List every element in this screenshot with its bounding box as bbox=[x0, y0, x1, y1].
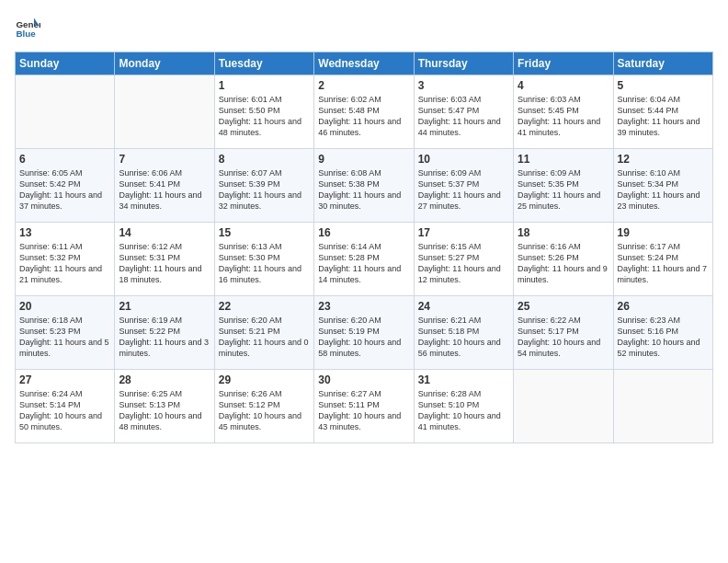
day-number: 19 bbox=[618, 226, 709, 239]
day-info: Sunrise: 6:12 AM Sunset: 5:31 PM Dayligh… bbox=[119, 241, 210, 286]
calendar-table: SundayMondayTuesdayWednesdayThursdayFrid… bbox=[15, 52, 713, 443]
day-info: Sunrise: 6:10 AM Sunset: 5:34 PM Dayligh… bbox=[618, 167, 709, 213]
calendar-cell bbox=[16, 75, 115, 149]
calendar-cell bbox=[613, 370, 712, 443]
weekday-header: Tuesday bbox=[214, 52, 313, 75]
day-number: 8 bbox=[219, 153, 310, 166]
day-info: Sunrise: 6:20 AM Sunset: 5:21 PM Dayligh… bbox=[219, 315, 310, 360]
page-header: General Blue bbox=[15, 15, 713, 40]
calendar-cell: 6Sunrise: 6:05 AM Sunset: 5:42 PM Daylig… bbox=[16, 149, 115, 223]
day-number: 16 bbox=[318, 226, 409, 239]
day-info: Sunrise: 6:18 AM Sunset: 5:23 PM Dayligh… bbox=[19, 315, 110, 360]
weekday-header: Friday bbox=[514, 52, 613, 75]
day-number: 5 bbox=[618, 79, 709, 92]
calendar-cell: 2Sunrise: 6:02 AM Sunset: 5:48 PM Daylig… bbox=[314, 75, 414, 149]
day-info: Sunrise: 6:04 AM Sunset: 5:44 PM Dayligh… bbox=[618, 94, 709, 139]
day-info: Sunrise: 6:02 AM Sunset: 5:48 PM Dayligh… bbox=[318, 94, 409, 139]
day-number: 3 bbox=[418, 79, 509, 92]
calendar-cell: 4Sunrise: 6:03 AM Sunset: 5:45 PM Daylig… bbox=[514, 75, 613, 149]
calendar-cell: 14Sunrise: 6:12 AM Sunset: 5:31 PM Dayli… bbox=[115, 223, 214, 296]
svg-text:Blue: Blue bbox=[16, 29, 36, 39]
day-number: 21 bbox=[119, 300, 210, 313]
calendar-cell: 15Sunrise: 6:13 AM Sunset: 5:30 PM Dayli… bbox=[214, 223, 313, 296]
day-number: 4 bbox=[518, 79, 609, 92]
calendar-cell: 30Sunrise: 6:27 AM Sunset: 5:11 PM Dayli… bbox=[314, 370, 414, 443]
day-info: Sunrise: 6:09 AM Sunset: 5:37 PM Dayligh… bbox=[418, 167, 509, 213]
day-number: 27 bbox=[19, 373, 110, 386]
weekday-header: Sunday bbox=[16, 52, 115, 75]
calendar-week-row: 27Sunrise: 6:24 AM Sunset: 5:14 PM Dayli… bbox=[16, 370, 713, 443]
day-info: Sunrise: 6:20 AM Sunset: 5:19 PM Dayligh… bbox=[318, 315, 409, 360]
calendar-cell: 9Sunrise: 6:08 AM Sunset: 5:38 PM Daylig… bbox=[314, 149, 414, 223]
calendar-cell: 31Sunrise: 6:28 AM Sunset: 5:10 PM Dayli… bbox=[414, 370, 513, 443]
calendar-cell: 21Sunrise: 6:19 AM Sunset: 5:22 PM Dayli… bbox=[115, 296, 214, 370]
logo-icon: General Blue bbox=[15, 15, 40, 40]
calendar-cell: 5Sunrise: 6:04 AM Sunset: 5:44 PM Daylig… bbox=[613, 75, 712, 149]
calendar-cell: 3Sunrise: 6:03 AM Sunset: 5:47 PM Daylig… bbox=[414, 75, 513, 149]
day-number: 20 bbox=[19, 300, 110, 313]
day-info: Sunrise: 6:06 AM Sunset: 5:41 PM Dayligh… bbox=[119, 167, 210, 213]
calendar-cell: 19Sunrise: 6:17 AM Sunset: 5:24 PM Dayli… bbox=[613, 223, 712, 296]
day-number: 13 bbox=[19, 226, 110, 239]
day-number: 24 bbox=[418, 300, 509, 313]
weekday-header: Thursday bbox=[414, 52, 513, 75]
calendar-cell: 12Sunrise: 6:10 AM Sunset: 5:34 PM Dayli… bbox=[613, 149, 712, 223]
day-info: Sunrise: 6:22 AM Sunset: 5:17 PM Dayligh… bbox=[518, 315, 609, 360]
calendar-week-row: 1Sunrise: 6:01 AM Sunset: 5:50 PM Daylig… bbox=[16, 75, 713, 149]
day-number: 26 bbox=[618, 300, 709, 313]
calendar-cell: 18Sunrise: 6:16 AM Sunset: 5:26 PM Dayli… bbox=[514, 223, 613, 296]
calendar-cell: 8Sunrise: 6:07 AM Sunset: 5:39 PM Daylig… bbox=[214, 149, 313, 223]
calendar-week-row: 20Sunrise: 6:18 AM Sunset: 5:23 PM Dayli… bbox=[16, 296, 713, 370]
day-info: Sunrise: 6:19 AM Sunset: 5:22 PM Dayligh… bbox=[119, 315, 210, 360]
calendar-cell: 10Sunrise: 6:09 AM Sunset: 5:37 PM Dayli… bbox=[414, 149, 513, 223]
calendar-cell: 7Sunrise: 6:06 AM Sunset: 5:41 PM Daylig… bbox=[115, 149, 214, 223]
day-number: 7 bbox=[119, 153, 210, 166]
weekday-header-row: SundayMondayTuesdayWednesdayThursdayFrid… bbox=[16, 52, 713, 75]
day-info: Sunrise: 6:28 AM Sunset: 5:10 PM Dayligh… bbox=[418, 388, 509, 433]
day-info: Sunrise: 6:13 AM Sunset: 5:30 PM Dayligh… bbox=[219, 241, 310, 286]
day-number: 15 bbox=[219, 226, 310, 239]
calendar-cell: 24Sunrise: 6:21 AM Sunset: 5:18 PM Dayli… bbox=[414, 296, 513, 370]
logo: General Blue bbox=[15, 15, 44, 40]
day-number: 14 bbox=[119, 226, 210, 239]
calendar-cell: 17Sunrise: 6:15 AM Sunset: 5:27 PM Dayli… bbox=[414, 223, 513, 296]
day-number: 17 bbox=[418, 226, 509, 239]
day-number: 28 bbox=[119, 373, 210, 386]
calendar-cell: 29Sunrise: 6:26 AM Sunset: 5:12 PM Dayli… bbox=[214, 370, 313, 443]
calendar-week-row: 13Sunrise: 6:11 AM Sunset: 5:32 PM Dayli… bbox=[16, 223, 713, 296]
calendar-cell: 13Sunrise: 6:11 AM Sunset: 5:32 PM Dayli… bbox=[16, 223, 115, 296]
day-number: 10 bbox=[418, 153, 509, 166]
day-info: Sunrise: 6:21 AM Sunset: 5:18 PM Dayligh… bbox=[418, 315, 509, 360]
day-info: Sunrise: 6:08 AM Sunset: 5:38 PM Dayligh… bbox=[318, 167, 409, 213]
day-number: 9 bbox=[318, 153, 409, 166]
day-number: 30 bbox=[318, 373, 409, 386]
day-number: 12 bbox=[618, 153, 709, 166]
day-info: Sunrise: 6:05 AM Sunset: 5:42 PM Dayligh… bbox=[19, 167, 110, 213]
day-info: Sunrise: 6:15 AM Sunset: 5:27 PM Dayligh… bbox=[418, 241, 509, 286]
day-info: Sunrise: 6:27 AM Sunset: 5:11 PM Dayligh… bbox=[318, 388, 409, 433]
calendar-cell: 22Sunrise: 6:20 AM Sunset: 5:21 PM Dayli… bbox=[214, 296, 313, 370]
day-number: 31 bbox=[418, 373, 509, 386]
calendar-cell: 26Sunrise: 6:23 AM Sunset: 5:16 PM Dayli… bbox=[613, 296, 712, 370]
weekday-header: Wednesday bbox=[314, 52, 414, 75]
day-info: Sunrise: 6:11 AM Sunset: 5:32 PM Dayligh… bbox=[19, 241, 110, 286]
day-info: Sunrise: 6:14 AM Sunset: 5:28 PM Dayligh… bbox=[318, 241, 409, 286]
calendar-cell bbox=[514, 370, 613, 443]
day-number: 1 bbox=[219, 79, 310, 92]
calendar-cell: 11Sunrise: 6:09 AM Sunset: 5:35 PM Dayli… bbox=[514, 149, 613, 223]
calendar-cell bbox=[115, 75, 214, 149]
day-info: Sunrise: 6:01 AM Sunset: 5:50 PM Dayligh… bbox=[219, 94, 310, 139]
day-info: Sunrise: 6:26 AM Sunset: 5:12 PM Dayligh… bbox=[219, 388, 310, 433]
day-number: 6 bbox=[19, 153, 110, 166]
day-number: 29 bbox=[219, 373, 310, 386]
day-info: Sunrise: 6:03 AM Sunset: 5:45 PM Dayligh… bbox=[518, 94, 609, 139]
calendar-cell: 25Sunrise: 6:22 AM Sunset: 5:17 PM Dayli… bbox=[514, 296, 613, 370]
calendar-cell: 20Sunrise: 6:18 AM Sunset: 5:23 PM Dayli… bbox=[16, 296, 115, 370]
day-info: Sunrise: 6:25 AM Sunset: 5:13 PM Dayligh… bbox=[119, 388, 210, 433]
calendar-cell: 27Sunrise: 6:24 AM Sunset: 5:14 PM Dayli… bbox=[16, 370, 115, 443]
day-number: 22 bbox=[219, 300, 310, 313]
day-info: Sunrise: 6:07 AM Sunset: 5:39 PM Dayligh… bbox=[219, 167, 310, 213]
calendar-cell: 28Sunrise: 6:25 AM Sunset: 5:13 PM Dayli… bbox=[115, 370, 214, 443]
calendar-week-row: 6Sunrise: 6:05 AM Sunset: 5:42 PM Daylig… bbox=[16, 149, 713, 223]
day-info: Sunrise: 6:16 AM Sunset: 5:26 PM Dayligh… bbox=[518, 241, 609, 286]
